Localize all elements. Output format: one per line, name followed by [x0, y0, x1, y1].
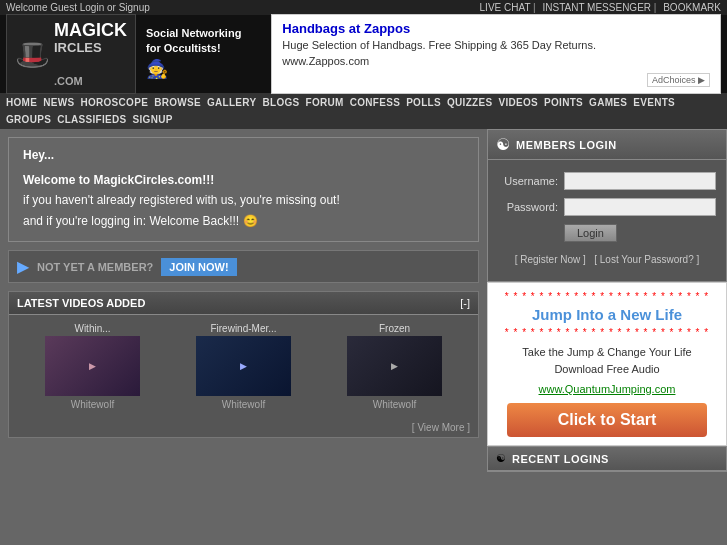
bookmark-link[interactable]: BOOKMARK [663, 2, 721, 13]
ad-choices-area: AdChoices ▶ [282, 73, 710, 87]
ad-line2: www.Zappos.com [282, 54, 710, 69]
recent-logins-box: ☯ RECENT LOGINS [487, 446, 727, 472]
left-column: Hey... Welcome to MagickCircles.com!!! i… [0, 129, 487, 472]
members-login-header: ☯ MEMBERS LOGIN [488, 130, 726, 160]
promo-headline: Jump Into a New Life [496, 306, 718, 323]
not-member-text: NOT YET A MEMBER? [37, 261, 153, 273]
ad-title[interactable]: Handbags at Zappos [282, 21, 710, 36]
ad-banner: Handbags at Zappos Huge Selection of Han… [271, 14, 721, 94]
hey-content: Welcome to MagickCircles.com!!! if you h… [23, 170, 464, 231]
nav-classifieds[interactable]: CLASSIFIEDS [57, 114, 126, 125]
lost-password-link[interactable]: [ Lost Your Password? ] [594, 254, 699, 265]
hey-title: Hey... [23, 148, 464, 162]
videos-section: LATEST VIDEOS ADDED [-] Within... ▶ Whit… [8, 291, 479, 438]
arrow-right-icon: ▶ [17, 257, 29, 276]
recent-logins-title: RECENT LOGINS [512, 453, 609, 465]
video-author-1: Whitewolf [38, 399, 148, 410]
live-chat-link[interactable]: LIVE CHAT [480, 2, 531, 13]
username-input[interactable] [564, 172, 716, 190]
promo-ad-section: * * * * * * * * * * * * * * * * * * * * … [487, 282, 727, 446]
nav-signup[interactable]: SIGNUP [133, 114, 173, 125]
join-now-button[interactable]: JOIN NOW! [161, 258, 236, 276]
cta-button[interactable]: Click to Start [507, 403, 707, 437]
welcome-line2: if you haven't already registered with u… [23, 193, 340, 207]
main-nav: HOME NEWS HOROSCOPE BROWSE GALLERY BLOGS… [0, 93, 727, 129]
password-label: Password: [498, 201, 558, 213]
register-links: [ Register Now ] [ Lost Your Password? ] [498, 250, 716, 269]
social-tagline: Social Networkingfor Occultists!🧙 [146, 26, 241, 82]
nav-events[interactable]: EVENTS [633, 97, 675, 108]
logo-area: 🎩 MAGICKIRCLES.COM [6, 14, 136, 94]
register-now-link[interactable]: [ Register Now ] [515, 254, 586, 265]
promo-desc1: Take the Jump & Change Your Life [522, 346, 691, 358]
video-title-1: Within... [38, 323, 148, 334]
nav-gallery[interactable]: GALLERY [207, 97, 257, 108]
video-title-2: Firewind-Mer... [189, 323, 299, 334]
nav-browse[interactable]: BROWSE [154, 97, 201, 108]
welcome-line1: Welcome to MagickCircles.com!!! [23, 173, 214, 187]
right-column: ☯ MEMBERS LOGIN Username: Password: Logi… [487, 129, 727, 472]
instant-messenger-link[interactable]: INSTANT MESSENGER [542, 2, 651, 13]
nav-games[interactable]: GAMES [589, 97, 627, 108]
members-login-box: ☯ MEMBERS LOGIN Username: Password: Logi… [487, 129, 727, 282]
members-login-title: MEMBERS LOGIN [516, 139, 617, 151]
nav-news[interactable]: NEWS [43, 97, 74, 108]
top-bar-right: LIVE CHAT | INSTANT MESSENGER | BOOKMARK [476, 2, 721, 13]
header: 🎩 MAGICKIRCLES.COM Social Networkingfor … [0, 15, 727, 93]
video-thumb-2[interactable]: ▶ [196, 336, 291, 396]
nav-polls[interactable]: POLLS [406, 97, 441, 108]
login-button[interactable]: Login [564, 224, 617, 242]
video-author-3: Whitewolf [340, 399, 450, 410]
main-content: Hey... Welcome to MagickCircles.com!!! i… [0, 129, 727, 472]
recent-logins-header: ☯ RECENT LOGINS [488, 447, 726, 471]
nav-quizzes[interactable]: QUIZZES [447, 97, 492, 108]
ad-choices-button[interactable]: AdChoices ▶ [647, 73, 710, 87]
login-form: Username: Password: Login [ Register Now… [488, 160, 726, 281]
cta-btn-container: Click to Start [496, 403, 718, 437]
username-row: Username: [498, 172, 716, 190]
video-title-3: Frozen [340, 323, 450, 334]
password-input[interactable] [564, 198, 716, 216]
videos-header: LATEST VIDEOS ADDED [-] [9, 292, 478, 315]
videos-toggle-button[interactable]: [-] [460, 297, 470, 309]
ad-line1: Huge Selection of Handbags. Free Shippin… [282, 38, 710, 53]
promo-link[interactable]: www.QuantumJumping.com [496, 383, 718, 395]
nav-blogs[interactable]: BLOGS [262, 97, 299, 108]
login-btn-row: Login [498, 224, 716, 250]
view-more-link[interactable]: [ View More ] [9, 418, 478, 437]
video-item-1: Within... ▶ Whitewolf [38, 323, 148, 410]
video-author-2: Whitewolf [189, 399, 299, 410]
welcome-text: Welcome Guest Login or Signup [6, 2, 150, 13]
promo-stars-bottom: * * * * * * * * * * * * * * * * * * * * … [496, 327, 718, 338]
top-bar: Welcome Guest Login or Signup LIVE CHAT … [0, 0, 727, 15]
promo-stars-top: * * * * * * * * * * * * * * * * * * * * … [496, 291, 718, 302]
not-member-bar: ▶ NOT YET A MEMBER? JOIN NOW! [8, 250, 479, 283]
password-row: Password: [498, 198, 716, 216]
nav-groups[interactable]: GROUPS [6, 114, 51, 125]
promo-desc2: Download Free Audio [554, 363, 659, 375]
nav-forum[interactable]: FORUM [306, 97, 344, 108]
nav-confess[interactable]: CONFESS [350, 97, 400, 108]
videos-title: LATEST VIDEOS ADDED [17, 297, 145, 309]
recent-yin-yang-icon: ☯ [496, 452, 506, 465]
hey-box: Hey... Welcome to MagickCircles.com!!! i… [8, 137, 479, 242]
logo-text: MAGICKIRCLES.COM [54, 21, 127, 87]
nav-home[interactable]: HOME [6, 97, 37, 108]
welcome-line3: and if you're logging in: Welcome Back!!… [23, 214, 258, 228]
username-label: Username: [498, 175, 558, 187]
promo-description: Take the Jump & Change Your Life Downloa… [496, 344, 718, 377]
video-thumb-1[interactable]: ▶ [45, 336, 140, 396]
nav-points[interactable]: POINTS [544, 97, 583, 108]
video-item-2: Firewind-Mer... ▶ Whitewolf [189, 323, 299, 410]
witch-hat-icon: 🎩 [15, 38, 50, 71]
videos-grid: Within... ▶ Whitewolf Firewind-Mer... ▶ … [9, 315, 478, 418]
nav-horoscope[interactable]: HOROSCOPE [80, 97, 148, 108]
video-item-3: Frozen ▶ Whitewolf [340, 323, 450, 410]
nav-videos[interactable]: VIDEOS [498, 97, 538, 108]
video-thumb-3[interactable]: ▶ [347, 336, 442, 396]
yin-yang-icon: ☯ [496, 135, 510, 154]
